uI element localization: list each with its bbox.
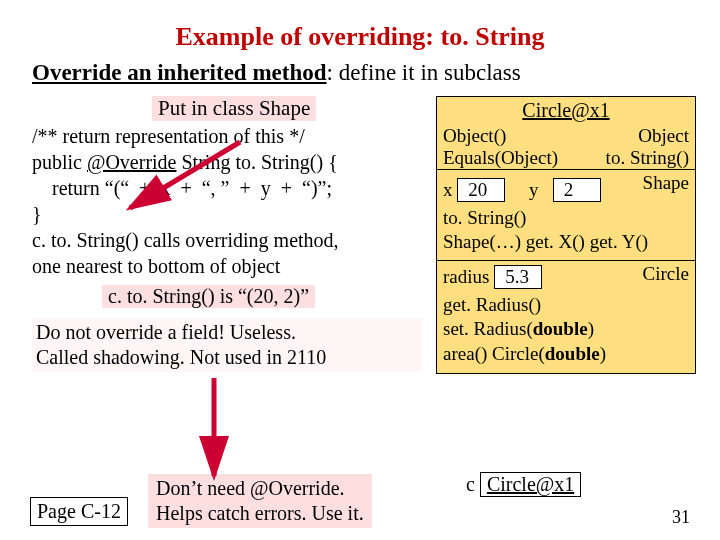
radius-value: 5.3 xyxy=(494,265,542,289)
code-block: /** return representation of this */ pub… xyxy=(32,123,422,279)
object-row: Equals(Object)to. String() xyxy=(437,147,695,169)
shadowing-note: Do not override a field! Useless. Called… xyxy=(32,318,422,372)
object-header: Circle@x1 xyxy=(437,97,695,125)
left-column: Put in class Shape /** return representa… xyxy=(32,96,422,372)
put-in-shape-note: Put in class Shape xyxy=(152,96,316,121)
code-line: } xyxy=(32,201,422,227)
y-value: 2 xyxy=(553,178,601,202)
shape-section: Shape x 20 y 2 to. String() Shape(…) get… xyxy=(437,169,695,260)
x-value: 20 xyxy=(457,178,505,202)
slide-title: Example of overriding: to. String xyxy=(0,0,720,60)
override-note: Don’t need @Override. Helps catch errors… xyxy=(148,474,372,528)
result-note: c. to. String() is “(20, 2)” xyxy=(102,285,315,308)
c-variable: c Circle@x1 xyxy=(466,472,581,497)
code-line: return “(“ + x + “, ” + y + “)”; xyxy=(32,175,422,201)
code-line: public @Override String to. String() { xyxy=(32,149,422,175)
object-row: Object()Object xyxy=(437,125,695,147)
object-diagram: Circle@x1 Object()Object Equals(Object)t… xyxy=(436,96,696,374)
circle-section: Circle radius 5.3 get. Radius() set. Rad… xyxy=(437,260,695,373)
shape-label: Shape xyxy=(643,172,689,194)
code-line: /** return representation of this */ xyxy=(32,123,422,149)
slide-subtitle: Override an inherited method: define it … xyxy=(0,60,720,96)
circle-label: Circle xyxy=(643,263,689,285)
page-ref: Page C-12 xyxy=(30,497,128,526)
c-value-box: Circle@x1 xyxy=(480,472,581,497)
slide-number: 31 xyxy=(672,507,690,528)
code-line: c. to. String() calls overriding method, xyxy=(32,227,422,253)
code-line: one nearest to bottom of object xyxy=(32,253,422,279)
